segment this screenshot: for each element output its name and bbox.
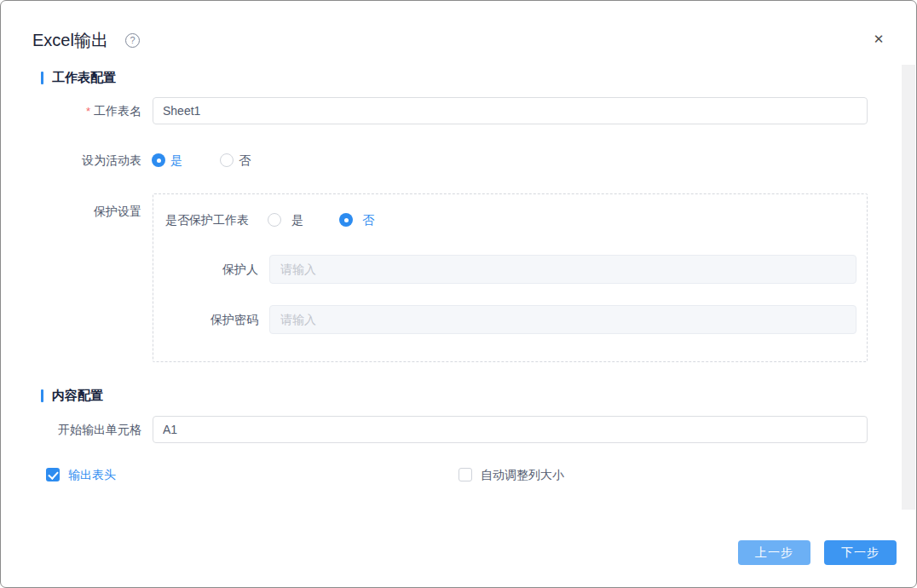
protector-label: 保护人 xyxy=(1,261,258,278)
section-title: 内容配置 xyxy=(52,386,103,405)
next-step-button[interactable]: 下一步 xyxy=(824,540,897,565)
start-cell-label: 开始输出单元格 xyxy=(1,421,141,438)
radio-active-no-label[interactable]: 否 xyxy=(239,152,251,169)
active-sheet-label: 设为活动表 xyxy=(1,152,141,169)
section-accent-bar xyxy=(41,389,43,402)
excel-output-dialog: Excel输出 ? ✕ 工作表配置 *工作表名 设为活动表 是 否 保护设置 是… xyxy=(0,0,917,588)
required-star: * xyxy=(86,105,90,118)
section-accent-bar xyxy=(41,72,43,84)
radio-protect-no-label[interactable]: 否 xyxy=(362,211,374,228)
radio-active-yes-label[interactable]: 是 xyxy=(170,152,182,169)
start-cell-input[interactable] xyxy=(153,416,868,443)
previous-step-button[interactable]: 上一步 xyxy=(738,540,810,565)
output-header-label[interactable]: 输出表头 xyxy=(68,466,116,483)
protection-label: 保护设置 xyxy=(1,203,141,220)
password-input xyxy=(269,305,856,334)
auto-fit-columns-checkbox[interactable] xyxy=(458,468,472,481)
protector-input xyxy=(269,255,856,284)
radio-protect-yes-label[interactable]: 是 xyxy=(291,211,303,228)
radio-active-yes[interactable] xyxy=(152,153,165,167)
help-icon[interactable]: ? xyxy=(125,33,140,48)
protect-sheet-label: 是否保护工作表 xyxy=(165,211,249,228)
close-icon[interactable]: ✕ xyxy=(869,31,888,49)
section-title: 工作表配置 xyxy=(52,68,116,87)
radio-protect-no[interactable] xyxy=(339,213,353,227)
sheet-name-input[interactable] xyxy=(153,97,868,124)
auto-fit-columns-label[interactable]: 自动调整列大小 xyxy=(481,466,564,483)
password-label: 保护密码 xyxy=(1,311,258,328)
radio-active-no[interactable] xyxy=(220,153,234,167)
scrollbar-track[interactable] xyxy=(902,65,915,510)
sheet-name-label: *工作表名 xyxy=(1,102,141,120)
dialog-title: Excel输出 xyxy=(32,29,108,51)
radio-protect-yes[interactable] xyxy=(268,213,281,227)
output-header-checkbox[interactable] xyxy=(46,468,60,481)
